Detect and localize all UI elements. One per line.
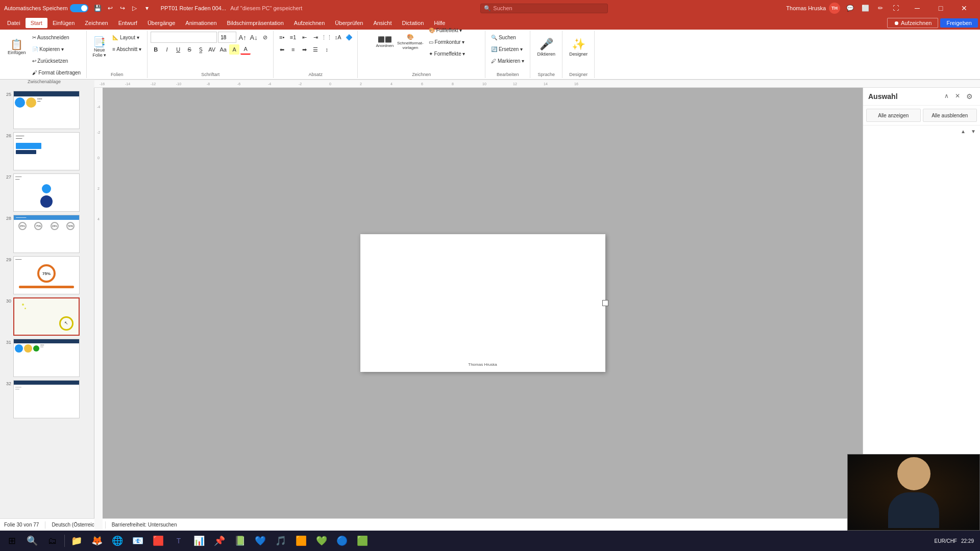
slide-thumb-28[interactable]: ━━━━━━━━━━ 25% 75% 29% 50% bbox=[13, 215, 80, 253]
taskbar-teams[interactable]: T bbox=[169, 532, 188, 549]
slide-thumb-32[interactable]: ━━━━━━━━━━ bbox=[13, 380, 80, 418]
border-button[interactable]: ▭ Formkontur ▾ bbox=[426, 36, 468, 47]
redo-icon[interactable]: ↪ bbox=[117, 3, 128, 14]
share-button[interactable]: Freigeben bbox=[940, 18, 978, 28]
show-all-button[interactable]: Alle anzeigen bbox=[866, 109, 921, 122]
effect-button[interactable]: ✦ Formeffekte ▾ bbox=[426, 48, 468, 59]
slide-thumb-27[interactable]: ━━━━━━━━━━ bbox=[13, 173, 80, 212]
slide-item-31[interactable]: 31 ●●●●━━━ bbox=[2, 338, 92, 378]
dictate-button[interactable]: 🎤 Diktieren bbox=[533, 32, 559, 62]
panel-settings-icon[interactable]: ⚙ bbox=[964, 91, 975, 102]
highlight-button[interactable]: A bbox=[229, 44, 239, 55]
menu-zeichnen[interactable]: Zeichnen bbox=[80, 18, 113, 28]
taskbar-firefox[interactable]: 🦊 bbox=[87, 532, 107, 549]
slide-item-25[interactable]: 25 ●●●●━━━ bbox=[2, 90, 92, 130]
strikethrough-button[interactable]: S bbox=[184, 44, 194, 55]
char-spacing-button[interactable]: AV bbox=[207, 44, 217, 55]
select-button[interactable]: 🖊 Markieren ▾ bbox=[488, 55, 527, 66]
font-color-button[interactable]: A bbox=[240, 44, 251, 55]
decrease-font-button[interactable]: A↓ bbox=[249, 32, 259, 42]
menu-dictation[interactable]: Dictation bbox=[397, 18, 429, 28]
align-left-button[interactable]: ⬅ bbox=[277, 44, 287, 55]
present-icon[interactable]: ▷ bbox=[129, 3, 140, 14]
pen-icon[interactable]: ✏ bbox=[875, 3, 886, 14]
slide-item-26[interactable]: 26 ━━━━━━━━━━━━━━ bbox=[2, 131, 92, 171]
line-spacing-button[interactable]: ↕ bbox=[322, 44, 332, 55]
start-button[interactable]: ⊞ bbox=[2, 532, 21, 549]
align-justify-button[interactable]: ☰ bbox=[310, 44, 321, 55]
font-size-input[interactable]: 18 bbox=[218, 32, 236, 43]
taskbar-app7[interactable]: 💚 bbox=[312, 532, 331, 549]
taskbar-powerpoint[interactable]: 🟥 bbox=[149, 532, 168, 549]
panel-close-button[interactable]: ✕ bbox=[952, 91, 963, 101]
underline-button[interactable]: U bbox=[173, 44, 183, 55]
panel-up-arrow[interactable]: ▲ bbox=[959, 127, 968, 136]
list-bullet-button[interactable]: ≡• bbox=[277, 32, 287, 42]
slide-item-32[interactable]: 32 ━━━━━━━━━━ bbox=[2, 379, 92, 419]
paste-button[interactable]: 📋 Einfügen bbox=[5, 32, 29, 62]
taskbar-app2[interactable]: 📌 bbox=[210, 532, 229, 549]
layout-button[interactable]: 📐 Layout ▾ bbox=[110, 32, 144, 43]
indent-decrease-button[interactable]: ⇤ bbox=[299, 32, 309, 42]
menu-einfuegen[interactable]: Einfügen bbox=[47, 18, 80, 28]
bold-button[interactable]: B bbox=[151, 44, 161, 55]
close-button[interactable]: ✕ bbox=[952, 0, 976, 16]
copy-button[interactable]: 📄 Kopieren ▾ bbox=[30, 43, 84, 55]
reset-button[interactable]: ↩ Zurücksetzen bbox=[30, 55, 84, 66]
taskbar-outlook[interactable]: 📧 bbox=[128, 532, 148, 549]
menu-ansicht[interactable]: Ansicht bbox=[368, 18, 397, 28]
fullscreen-icon[interactable]: ⛶ bbox=[890, 3, 901, 14]
italic-button[interactable]: I bbox=[162, 44, 172, 55]
slide-thumb-25[interactable]: ●●●●━━━ bbox=[13, 91, 80, 129]
hide-all-button[interactable]: Alle ausblenden bbox=[923, 109, 977, 122]
present-mode-icon[interactable]: ⬜ bbox=[860, 3, 871, 14]
columns-button[interactable]: ⋮⋮ bbox=[322, 32, 332, 42]
taskbar-onenote[interactable]: 📗 bbox=[230, 532, 250, 549]
font-name-input[interactable] bbox=[151, 32, 217, 43]
menu-animationen[interactable]: Animationen bbox=[180, 18, 222, 28]
search-input[interactable] bbox=[493, 5, 595, 11]
taskbar-app1[interactable]: 📊 bbox=[189, 532, 209, 549]
taskbar-app5[interactable]: 🎵 bbox=[271, 532, 290, 549]
menu-entwurf[interactable]: Entwurf bbox=[113, 18, 142, 28]
smartart-button[interactable]: 🔷 bbox=[344, 32, 354, 42]
task-view-button[interactable]: 🗂 bbox=[43, 532, 62, 549]
list-number-button[interactable]: ≡1 bbox=[288, 32, 298, 42]
minimize-button[interactable]: ─ bbox=[905, 0, 929, 16]
arrange-button[interactable]: ⬛⬛ Anordnen bbox=[375, 35, 395, 49]
quick-styles-button[interactable]: 🎨 Schnellformat-vorlagen bbox=[395, 32, 426, 52]
taskbar-app6[interactable]: 🟧 bbox=[291, 532, 311, 549]
format-paint-button[interactable]: 🖌 Format übertragen bbox=[30, 67, 84, 78]
taskbar-search[interactable]: 🔍 bbox=[22, 532, 42, 549]
cut-button[interactable]: ✂ Ausschneiden bbox=[30, 32, 84, 43]
shadow-button[interactable]: S̲ bbox=[195, 44, 206, 55]
slide-item-30[interactable]: 30 ↖ bbox=[2, 296, 92, 337]
panel-collapse-button[interactable]: ∧ bbox=[941, 91, 951, 101]
slide-thumb-30[interactable]: ↖ bbox=[13, 297, 80, 336]
canvas-area[interactable]: Thomas Hruska bbox=[103, 88, 863, 518]
taskbar-chrome[interactable]: 🌐 bbox=[108, 532, 127, 549]
find-button[interactable]: 🔍 Suchen bbox=[488, 32, 527, 43]
section-button[interactable]: ≡ Abschnitt ▾ bbox=[110, 43, 144, 55]
menu-start[interactable]: Start bbox=[26, 18, 47, 28]
menu-datei[interactable]: Datei bbox=[2, 18, 26, 28]
taskbar-explorer[interactable]: 📁 bbox=[67, 532, 86, 549]
slide-thumb-26[interactable]: ━━━━━━━━━━━━━━ bbox=[13, 132, 80, 170]
menu-bildschirm[interactable]: Bildschirmpräsentation bbox=[222, 18, 289, 28]
maximize-button[interactable]: □ bbox=[929, 0, 952, 16]
slide-item-29[interactable]: 29 ✦ ━━━━━━ 75% bbox=[2, 255, 92, 295]
align-center-button[interactable]: ≡ bbox=[288, 44, 298, 55]
slide-item-28[interactable]: 28 ✦ ━━━━━━━━━━ 25% 75% 29% 50% bbox=[2, 214, 92, 254]
new-slide-button[interactable]: 📑 NeueFolie ▾ bbox=[90, 32, 109, 62]
slide-resize-handle[interactable] bbox=[602, 300, 608, 306]
replace-button[interactable]: 🔄 Ersetzen ▾ bbox=[488, 43, 527, 55]
indent-increase-button[interactable]: ⇥ bbox=[310, 32, 321, 42]
chat-icon[interactable]: 💬 bbox=[844, 3, 855, 14]
autosave-toggle[interactable] bbox=[70, 4, 88, 12]
font-case-button[interactable]: Aa bbox=[218, 44, 228, 55]
record-button[interactable]: ⏺ Aufzeichnen bbox=[887, 18, 938, 28]
search-box[interactable]: 🔍 bbox=[480, 4, 608, 13]
panel-down-arrow[interactable]: ▼ bbox=[969, 127, 978, 136]
menu-ueberpruefen[interactable]: Überprüfen bbox=[330, 18, 368, 28]
text-direction-button[interactable]: ↕A bbox=[333, 32, 343, 42]
